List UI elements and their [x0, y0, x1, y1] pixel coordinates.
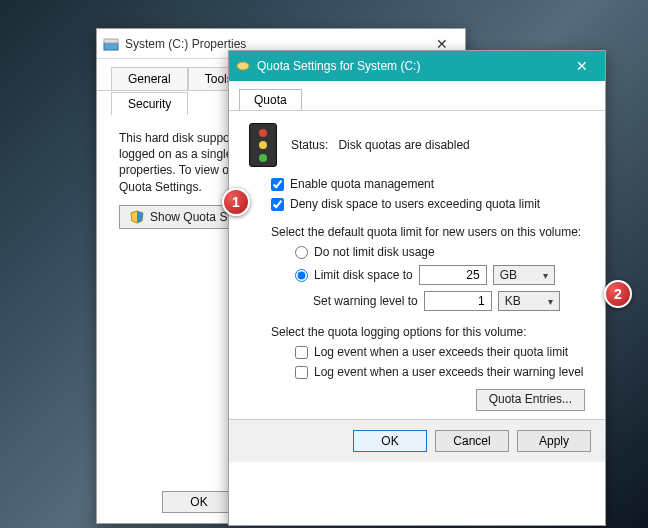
ok-button[interactable]: OK	[353, 430, 427, 452]
cancel-button[interactable]: Cancel	[435, 430, 509, 452]
opt-nolimit-row[interactable]: Do not limit disk usage	[295, 245, 585, 259]
drive-icon	[103, 36, 119, 52]
limit-unit-select[interactable]: GB ▾	[493, 265, 555, 285]
apply-button[interactable]: Apply	[517, 430, 591, 452]
limit-value-input[interactable]	[419, 265, 487, 285]
quota-title: Quota Settings for System (C:)	[257, 59, 420, 73]
svg-point-4	[237, 62, 249, 70]
tab-quota[interactable]: Quota	[239, 89, 302, 110]
callout-1: 1	[222, 188, 250, 216]
tab-general[interactable]: General	[111, 67, 188, 90]
log-quota-row[interactable]: Log event when a user exceeds their quot…	[295, 345, 585, 359]
warn-value-input[interactable]	[424, 291, 492, 311]
svg-rect-0	[104, 43, 118, 50]
select-default-label: Select the default quota limit for new u…	[271, 225, 585, 239]
warn-unit-select[interactable]: KB ▾	[498, 291, 560, 311]
log-warn-row[interactable]: Log event when a user exceeds their warn…	[295, 365, 585, 379]
deny-exceed-row[interactable]: Deny disk space to users exceeding quota…	[271, 197, 585, 211]
warn-row: Set warning level to KB ▾	[295, 291, 585, 311]
opt-limit-row: Limit disk space to GB ▾	[295, 265, 585, 285]
shield-icon	[130, 210, 144, 224]
nolimit-radio[interactable]	[295, 246, 308, 259]
status-value: Disk quotas are disabled	[338, 138, 469, 152]
select-logging-label: Select the quota logging options for thi…	[271, 325, 585, 339]
close-icon[interactable]: ✕	[565, 54, 599, 78]
status-row: Status: Disk quotas are disabled	[249, 123, 585, 167]
quota-titlebar[interactable]: Quota Settings for System (C:) ✕	[229, 51, 605, 81]
trafficlight-icon	[249, 123, 277, 167]
quota-dialog-buttons: OK Cancel Apply	[229, 419, 605, 462]
quota-window: Quota Settings for System (C:) ✕ Quota S…	[228, 50, 606, 526]
svg-rect-1	[104, 39, 118, 43]
log-quota-checkbox[interactable]	[295, 346, 308, 359]
props-ok-button[interactable]: OK	[162, 491, 236, 513]
callout-2: 2	[604, 280, 632, 308]
log-warn-checkbox[interactable]	[295, 366, 308, 379]
enable-mgmt-row[interactable]: Enable quota management	[271, 177, 585, 191]
quota-entries-button[interactable]: Quota Entries...	[476, 389, 585, 411]
disk-icon	[235, 58, 251, 74]
warn-label: Set warning level to	[313, 294, 418, 308]
status-label: Status:	[291, 138, 328, 152]
deny-exceed-checkbox[interactable]	[271, 198, 284, 211]
tab-security[interactable]: Security	[111, 92, 188, 115]
chevron-down-icon: ▾	[543, 270, 548, 281]
quota-panel: Status: Disk quotas are disabled Enable …	[229, 111, 605, 419]
limit-radio[interactable]	[295, 269, 308, 282]
enable-mgmt-checkbox[interactable]	[271, 178, 284, 191]
chevron-down-icon: ▾	[548, 296, 553, 307]
properties-title: System (C:) Properties	[125, 37, 246, 51]
quota-tabbar: Quota	[229, 81, 605, 111]
